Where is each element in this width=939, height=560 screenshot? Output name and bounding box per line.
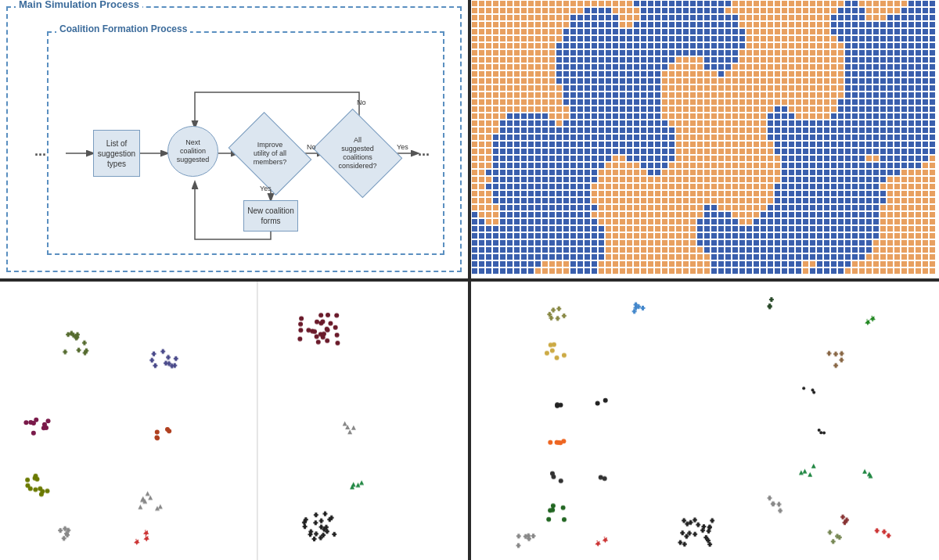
coalition-process-title: Coalition Formation Process: [56, 23, 190, 34]
main-process-title: Main Simulation Process: [16, 0, 142, 10]
scatter-canvas-right: [471, 282, 939, 560]
dot-grid: [471, 0, 939, 278]
dots-left: ···: [34, 147, 46, 163]
rect-new-coalition: New coalitionforms: [243, 200, 298, 232]
diamond-all-coalitions: Allsuggestedcoalitionsconsidered?: [322, 125, 393, 181]
scatter-bottom-right: [471, 282, 939, 560]
label-no1: No: [307, 143, 316, 151]
outer-process-box: Main Simulation Process Coalition Format…: [6, 6, 462, 272]
inner-process-box: Coalition Formation Process: [47, 31, 444, 255]
dot-grid-quadrant: [471, 0, 939, 278]
scatter-bottom-left: [0, 282, 468, 560]
label-no2: No: [357, 99, 366, 106]
rect-suggestion-types: List ofsuggestiontypes: [93, 130, 140, 177]
diamond-improve-utility: Improveutility of allmembers?: [236, 128, 304, 179]
scatter-canvas-left: [0, 282, 468, 560]
dots-right: ···: [418, 147, 430, 163]
label-yes2: Yes: [397, 143, 408, 151]
circle-next-coalition: Nextcoalitionsuggested: [167, 126, 218, 177]
label-yes1: Yes: [260, 185, 272, 192]
flowchart-quadrant: Main Simulation Process Coalition Format…: [0, 0, 468, 278]
